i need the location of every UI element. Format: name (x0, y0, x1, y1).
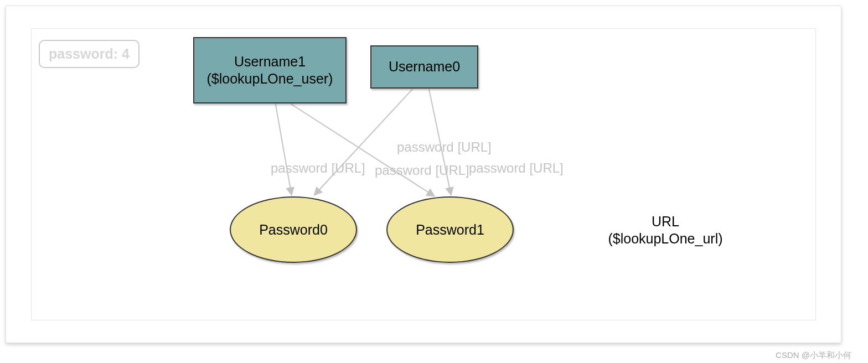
node-password0-label: Password0 (259, 222, 328, 238)
node-username0-label: Username0 (389, 58, 460, 75)
node-password0[interactable]: Password0 (230, 196, 357, 263)
edge-label-u1-p1: password [URL] (375, 163, 469, 178)
node-url-line1: URL (652, 213, 679, 230)
legend-box: password: 4 (39, 40, 140, 68)
node-username1[interactable]: Username1 ($lookupLOne_user) (193, 37, 347, 103)
node-url-line2: ($lookupLOne_url) (608, 230, 722, 247)
node-password1-label: Password1 (416, 222, 484, 238)
node-url[interactable]: URL ($lookupLOne_url) (577, 196, 754, 264)
diagram-frame: password: 4 password [URL] password [URL… (6, 6, 841, 343)
svg-line-0 (276, 104, 292, 195)
edge-label-u1-p0: password [URL] (271, 160, 365, 176)
edge-label-u0-p0: password [URL] (469, 160, 564, 176)
node-username0[interactable]: Username0 (370, 45, 478, 89)
edge-label-u0-p1-upper: password [URL] (397, 139, 492, 155)
node-password1[interactable]: Password1 (386, 196, 514, 263)
watermark-text: CSDN @小羊和小何 (776, 350, 851, 361)
legend-text: password: 4 (49, 46, 130, 61)
diagram-canvas: password: 4 password [URL] password [URL… (31, 28, 816, 320)
node-username1-line2: ($lookupLOne_user) (207, 70, 333, 87)
node-username1-line1: Username1 (234, 53, 306, 70)
